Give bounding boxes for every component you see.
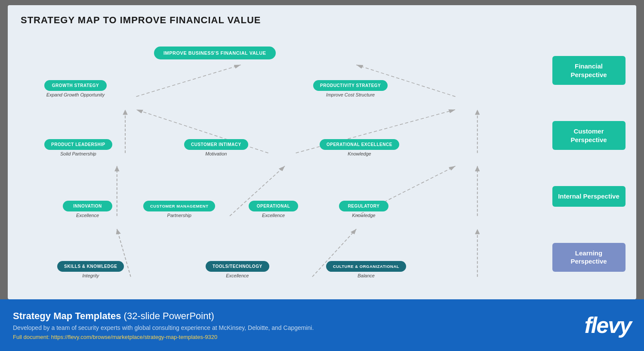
node-sub-tools-technology: Excellence (226, 273, 249, 278)
perspective-financial-item: Financial Perspective (549, 56, 629, 85)
node-pill-productivity: PRODUCTIVITY STRATEGY (313, 80, 388, 91)
arrows-svg (21, 34, 549, 294)
node-sub-innovation: Excellence (76, 213, 99, 218)
perspective-customer-box: Customer Perspective (552, 121, 626, 150)
footer-bar: Strategy Map Templates (32-slide PowerPo… (0, 299, 644, 351)
node-pill-skills-knowledge: SKILLS & KNOWLEDGE (57, 261, 124, 272)
node-growth-strategy: GROWTH STRATEGY Expand Growth Opportunit… (44, 80, 107, 97)
slide-wrapper: STRATEGY MAP TO IMPROVE FINANCIAL VALUE (8, 5, 636, 299)
node-pill-customer-management: CUSTOMER MANAGEMENT (143, 201, 215, 211)
footer-text-area: Strategy Map Templates (32-slide PowerPo… (13, 311, 314, 340)
flevy-logo: flevy (584, 312, 631, 338)
node-pill-operational: OPERATIONAL (249, 201, 298, 211)
node-operational-excellence: OPERATIONAL EXCELLENCE Knowledge (320, 139, 399, 156)
node-sub-customer-management: Partnership (167, 213, 191, 218)
footer-title: Strategy Map Templates (32-slide PowerPo… (13, 311, 314, 322)
node-pill-culture-organizational: CULTURE & ORGANIZATIONAL (326, 261, 406, 272)
footer-title-bold: Strategy Map Templates (13, 311, 121, 321)
node-innovation: INNOVATION Excellence (63, 201, 112, 218)
main-container: STRATEGY MAP TO IMPROVE FINANCIAL VALUE (0, 0, 644, 299)
node-sub-product-leadership: Solid Partnership (60, 151, 96, 156)
footer-description: Developed by a team of security experts … (13, 324, 314, 331)
node-pill-growth: GROWTH STRATEGY (44, 80, 107, 91)
diagram-area: IMPROVE BUSINESS'S FINANCIAL VALUE GROWT… (21, 34, 629, 294)
perspectives-column: Financial Perspective Customer Perspecti… (549, 34, 629, 294)
perspective-customer-item: Customer Perspective (549, 121, 629, 150)
node-pill-product-leadership: PRODUCT LEADERSHIP (44, 139, 112, 150)
node-sub-culture-organizational: Balance (357, 273, 375, 278)
node-pill-innovation: INNOVATION (63, 201, 112, 211)
node-skills-knowledge: SKILLS & KNOWLEDGE Integrity (57, 261, 124, 278)
node-product-leadership: PRODUCT LEADERSHIP Solid Partnership (44, 139, 112, 156)
node-customer-intimacy: CUSTOMER INTIMACY Motivation (184, 139, 248, 156)
node-improve-financial: IMPROVE BUSINESS'S FINANCIAL VALUE (154, 47, 276, 59)
node-sub-customer-intimacy: Motivation (205, 151, 227, 156)
node-tools-technology: TOOLS/TECHNOLOGY Excellence (206, 261, 269, 278)
node-pill-customer-intimacy: CUSTOMER INTIMACY (184, 139, 248, 150)
node-pill-regulatory: REGULATORY (339, 201, 388, 211)
perspective-internal-box: Internal Perspective (552, 186, 626, 207)
perspective-learning-box: Learning Perspective (552, 243, 626, 272)
slide-title: STRATEGY MAP TO IMPROVE FINANCIAL VALUE (21, 15, 629, 26)
footer-link[interactable]: Full document: https://flevy.com/browse/… (13, 334, 314, 340)
node-customer-management: CUSTOMER MANAGEMENT Partnership (143, 201, 215, 218)
nodes-area: IMPROVE BUSINESS'S FINANCIAL VALUE GROWT… (21, 34, 549, 294)
node-productivity-strategy: PRODUCTIVITY STRATEGY Improve Cost Struc… (313, 80, 388, 97)
node-sub-operational-excellence: Knowledge (348, 151, 371, 156)
node-sub-growth: Expand Growth Opportunity (46, 92, 105, 97)
perspective-financial-box: Financial Perspective (552, 56, 626, 85)
perspective-learning-item: Learning Perspective (549, 243, 629, 272)
node-sub-operational: Excellence (262, 213, 285, 218)
node-regulatory: REGULATORY Knowledge (339, 201, 388, 218)
svg-line-2 (136, 65, 241, 97)
node-sub-regulatory: Knowledge (352, 213, 375, 218)
node-pill-improve-financial: IMPROVE BUSINESS'S FINANCIAL VALUE (154, 47, 276, 59)
node-culture-organizational: CULTURE & ORGANIZATIONAL Balance (326, 261, 406, 278)
node-pill-tools-technology: TOOLS/TECHNOLOGY (206, 261, 269, 272)
node-pill-operational-excellence: OPERATIONAL EXCELLENCE (320, 139, 399, 150)
node-sub-productivity: Improve Cost Structure (326, 92, 375, 97)
footer-title-suffix: (32-slide PowerPoint) (121, 311, 214, 321)
node-sub-skills-knowledge: Integrity (82, 273, 99, 278)
node-operational: OPERATIONAL Excellence (249, 201, 298, 218)
perspective-internal-item: Internal Perspective (549, 186, 629, 207)
